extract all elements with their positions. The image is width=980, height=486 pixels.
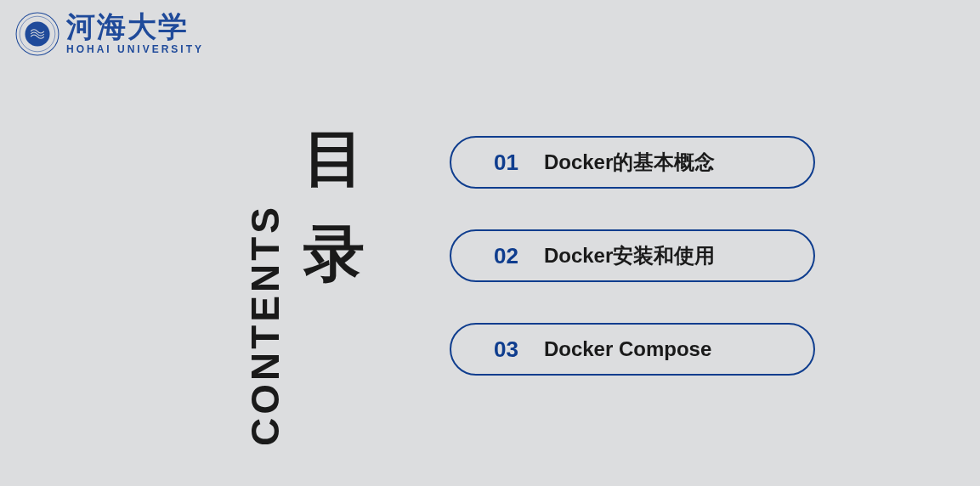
university-logo: 河海大学 HOHAI UNIVERSITY xyxy=(15,12,204,56)
toc-item-3: 03 Docker Compose xyxy=(450,323,815,376)
toc-list: 01 Docker的基本概念 02 Docker安装和使用 03 Docker … xyxy=(450,136,815,376)
logo-english: HOHAI UNIVERSITY xyxy=(66,43,204,55)
toc-number: 02 xyxy=(494,243,518,269)
toc-number: 01 xyxy=(494,150,518,176)
toc-title: Docker Compose xyxy=(544,337,711,361)
heading-char-1: 目 xyxy=(303,127,365,189)
toc-number: 03 xyxy=(494,336,518,363)
logo-chinese: 河海大学 xyxy=(66,13,204,42)
heading-group: CONTENTS 目 录 xyxy=(242,127,365,446)
logo-text: 河海大学 HOHAI UNIVERSITY xyxy=(66,13,204,55)
heading-char-2: 录 xyxy=(303,223,365,284)
toc-item-2: 02 Docker安装和使用 xyxy=(450,229,815,282)
toc-title: Docker的基本概念 xyxy=(544,149,715,176)
emblem-icon xyxy=(15,12,59,56)
toc-title: Docker安装和使用 xyxy=(544,242,715,269)
contents-section: CONTENTS 目 录 01 Docker的基本概念 02 Docker安装和… xyxy=(242,127,815,446)
heading-english: CONTENTS xyxy=(242,204,288,446)
heading-chinese: 目 录 xyxy=(303,127,365,284)
toc-item-1: 01 Docker的基本概念 xyxy=(450,136,815,189)
